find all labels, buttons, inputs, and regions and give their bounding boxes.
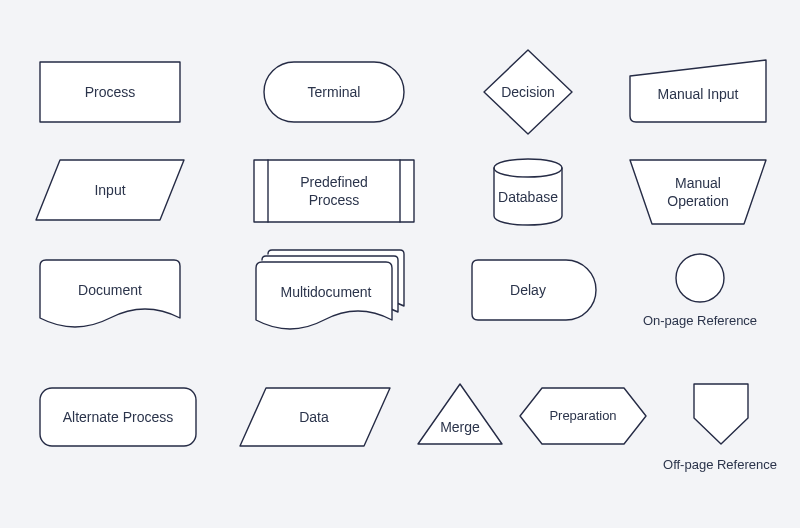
shape-terminal: Terminal xyxy=(264,62,404,122)
shape-merge: Merge xyxy=(418,384,502,444)
label-predefined-process-2: Process xyxy=(309,192,360,208)
label-manual-input: Manual Input xyxy=(658,86,739,102)
label-decision: Decision xyxy=(501,84,555,100)
shape-document: Document xyxy=(40,260,180,327)
flowchart-shape-legend: Process Terminal Decision Manual Input I… xyxy=(0,0,800,528)
label-predefined-process-1: Predefined xyxy=(300,174,368,190)
label-document: Document xyxy=(78,282,142,298)
label-data: Data xyxy=(299,409,329,425)
shape-database: Database xyxy=(494,159,562,225)
label-on-page-reference: On-page Reference xyxy=(643,313,757,328)
svg-point-5 xyxy=(676,254,724,302)
label-process: Process xyxy=(85,84,136,100)
shape-manual-operation: Manual Operation xyxy=(630,160,766,224)
label-multidocument: Multidocument xyxy=(280,284,371,300)
label-off-page-reference: Off-page Reference xyxy=(663,457,777,472)
shape-process: Process xyxy=(40,62,180,122)
label-database: Database xyxy=(498,189,558,205)
label-merge: Merge xyxy=(440,419,480,435)
label-terminal: Terminal xyxy=(308,84,361,100)
shape-preparation: Preparation xyxy=(520,388,646,444)
shape-off-page-reference: Off-page Reference xyxy=(663,384,777,472)
shape-decision: Decision xyxy=(484,50,572,134)
shape-alternate-process: Alternate Process xyxy=(40,388,196,446)
label-alternate-process: Alternate Process xyxy=(63,409,174,425)
shape-multidocument: Multidocument xyxy=(256,250,404,329)
shape-on-page-reference: On-page Reference xyxy=(643,254,757,328)
shape-manual-input: Manual Input xyxy=(630,60,766,122)
shape-predefined-process: Predefined Process xyxy=(254,160,414,222)
shape-input: Input xyxy=(36,160,184,220)
label-manual-operation-1: Manual xyxy=(675,175,721,191)
label-input: Input xyxy=(94,182,125,198)
label-delay: Delay xyxy=(510,282,546,298)
shape-data: Data xyxy=(240,388,390,446)
label-manual-operation-2: Operation xyxy=(667,193,728,209)
label-preparation: Preparation xyxy=(549,408,616,423)
shape-delay: Delay xyxy=(472,260,596,320)
